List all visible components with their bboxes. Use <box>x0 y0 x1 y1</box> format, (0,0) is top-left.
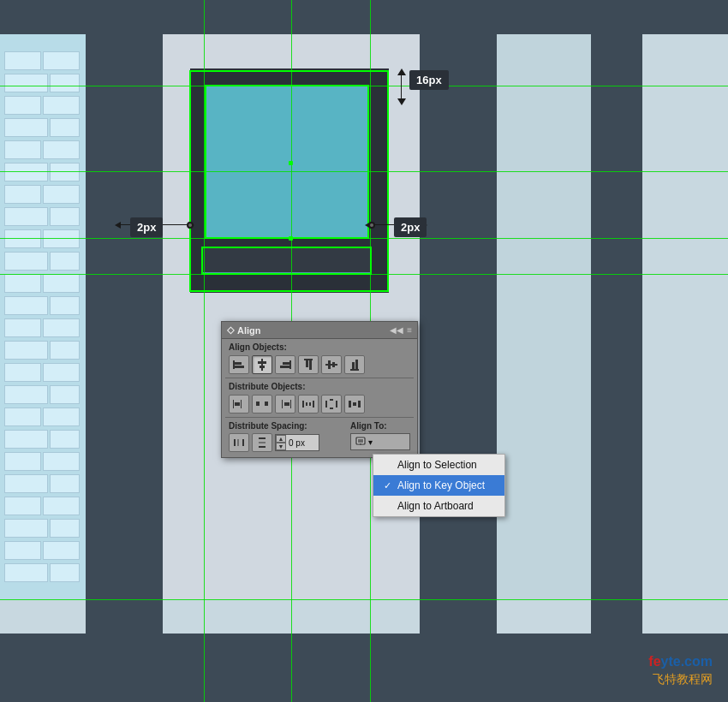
watermark-brand-red: fe <box>648 654 660 669</box>
distribute-spacing-h-btn[interactable] <box>229 433 249 452</box>
distribute-objects-label: Distribute Objects: <box>222 378 417 393</box>
dropdown-item-key-object[interactable]: ✓ Align to Key Object <box>373 475 504 496</box>
svg-rect-32 <box>336 401 337 408</box>
svg-rect-11 <box>309 360 312 370</box>
svg-rect-42 <box>259 446 266 448</box>
dropdown-item-selection[interactable]: Align to Selection <box>373 455 504 475</box>
brick-cell <box>4 563 48 582</box>
brick-cell <box>4 140 41 159</box>
spacing-input[interactable]: 0 px <box>286 435 319 450</box>
brick-row <box>4 207 80 226</box>
panel-collapse-btn[interactable]: ◀◀ <box>390 325 403 335</box>
distribute-end-btn[interactable] <box>344 395 365 413</box>
brick-row <box>4 408 80 426</box>
brick-cell <box>50 296 80 315</box>
dark-bar-right <box>591 0 642 702</box>
align-center-v-btn[interactable] <box>321 355 342 374</box>
brick-cell <box>4 497 41 515</box>
watermark-line2: 飞特教程网 <box>648 671 713 687</box>
brick-cell <box>4 229 41 248</box>
svg-rect-14 <box>332 362 335 367</box>
brick-cell <box>4 474 48 493</box>
svg-rect-12 <box>325 364 337 366</box>
align-objects-row <box>222 354 417 378</box>
dropdown-item-key-object-label: Align to Key Object <box>397 479 485 491</box>
brick-cell <box>43 497 80 515</box>
svg-rect-5 <box>260 366 265 368</box>
brick-row <box>4 296 80 315</box>
svg-rect-4 <box>258 361 266 364</box>
dropdown-item-artboard[interactable]: Align to Artboard <box>373 496 504 516</box>
dark-bar-center <box>420 0 497 702</box>
brick-cell <box>4 363 41 382</box>
spacing-spinner[interactable]: ▲ ▼ <box>276 435 286 450</box>
watermark: feyte.com 飞特教程网 <box>648 653 713 687</box>
arrow-head-up <box>397 68 406 75</box>
brick-cell <box>50 563 80 582</box>
brick-left <box>0 34 86 599</box>
spinner-down[interactable]: ▼ <box>276 443 286 450</box>
svg-rect-31 <box>325 401 327 408</box>
distribute-left-btn[interactable] <box>229 395 249 413</box>
brick-cell <box>43 51 80 70</box>
svg-rect-45 <box>358 439 363 443</box>
center-dot-main <box>289 161 293 165</box>
align-left-btn[interactable] <box>229 355 249 374</box>
align-top-btn[interactable] <box>298 355 319 374</box>
brick-cell <box>4 541 41 560</box>
svg-rect-20 <box>235 402 240 406</box>
brick-cell <box>4 96 41 115</box>
measure-label-16px: 16px <box>409 70 449 90</box>
panel-title-icon: ◇ <box>227 324 234 336</box>
canvas-right-light <box>497 34 591 599</box>
panel-menu-btn[interactable]: ≡ <box>407 325 412 335</box>
brick-row <box>4 363 80 382</box>
brick-cell <box>4 274 41 293</box>
svg-rect-0 <box>233 360 235 369</box>
align-to-icon <box>355 435 367 449</box>
distribute-spacing-v-btn[interactable] <box>252 433 272 452</box>
dark-bar-left <box>86 0 163 702</box>
brick-cell <box>50 430 80 449</box>
align-objects-label: Align Objects: <box>222 339 417 354</box>
brick-row <box>4 452 80 471</box>
bottom-dark-bar <box>202 248 370 272</box>
align-center-h-btn[interactable] <box>252 355 272 374</box>
brick-row <box>4 185 80 204</box>
distribute-v-spacing-btn[interactable] <box>321 395 342 413</box>
brick-row <box>4 497 80 515</box>
distribute-center-h-btn[interactable] <box>252 395 272 413</box>
brick-row <box>4 274 80 293</box>
brick-cell <box>4 163 48 181</box>
guide-line-h3 <box>0 238 728 239</box>
arrow-left-head <box>115 222 121 229</box>
align-to-dropdown[interactable]: ▾ <box>350 433 410 450</box>
align-to-dropdown-menu: Align to Selection ✓ Align to Key Object… <box>373 454 505 517</box>
brick-row <box>4 318 80 337</box>
brick-cell <box>4 318 41 337</box>
check-key-object: ✓ <box>384 480 392 491</box>
brick-cell <box>50 474 80 493</box>
svg-rect-24 <box>290 400 291 408</box>
brick-row <box>4 430 80 449</box>
watermark-brand-blue: yte <box>661 654 681 669</box>
brick-cell <box>4 452 41 471</box>
svg-rect-7 <box>283 362 289 365</box>
distribute-right-btn[interactable] <box>275 395 295 413</box>
panel-controls[interactable]: ◀◀ ≡ <box>390 325 412 335</box>
align-right-btn[interactable] <box>275 355 295 374</box>
brick-cell <box>43 541 80 560</box>
align-to-label: Align To: <box>350 421 410 433</box>
align-bottom-btn[interactable] <box>344 355 365 374</box>
svg-rect-29 <box>306 402 307 406</box>
arrow-head-down <box>397 98 406 105</box>
spacing-input-container: ▲ ▼ 0 px <box>275 434 319 451</box>
spinner-up[interactable]: ▲ <box>276 435 286 443</box>
svg-rect-6 <box>289 360 291 369</box>
brick-cell <box>43 140 80 159</box>
distribute-h-spacing-btn[interactable] <box>298 395 319 413</box>
svg-rect-19 <box>241 400 242 408</box>
brick-cell <box>43 363 80 382</box>
brick-cell <box>4 252 48 271</box>
brick-row <box>4 385 80 404</box>
